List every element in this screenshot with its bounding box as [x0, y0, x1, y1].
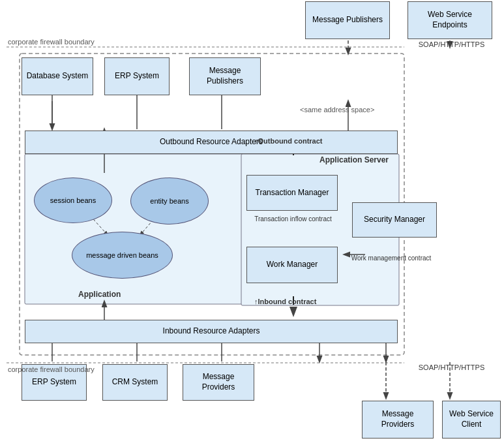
msg-pub-mid-box: Message Publishers [189, 57, 261, 95]
session-beans-ellipse: session beans [34, 177, 112, 223]
db-system-label: Database System [27, 71, 89, 82]
msg-providers-bot-box: Message Providers [183, 364, 254, 401]
application-label: Application [78, 290, 121, 299]
security-manager-label: Security Manager [364, 215, 425, 225]
session-beans-label: session beans [50, 196, 96, 205]
security-manager-box: Security Manager [352, 202, 437, 238]
erp-system-bot-label: ERP System [32, 377, 76, 388]
outbound-adapters-box: Outbound Resource Adapters [25, 131, 398, 154]
same-address-label: <same address space> [300, 106, 374, 114]
outbound-contract-label: ↑Outbound contract [254, 137, 323, 145]
svg-rect-3 [25, 154, 246, 304]
app-server-label: Application Server [319, 155, 389, 164]
soap-https-bot-label: SOAP/HTTP/HTTPS [404, 363, 499, 371]
crm-system-box: CRM System [102, 364, 168, 401]
ws-endpoints-label: Web Service Endpoints [411, 10, 489, 30]
ws-endpoints-box: Web Service Endpoints [408, 1, 492, 39]
msg-providers-btm-label: Message Providers [365, 409, 430, 429]
corp-firewall-top-label: corporate firewall boundary [8, 38, 95, 46]
msg-driven-beans-label: message driven beans [86, 251, 158, 260]
work-mgmt-contract-label: Work management contract [346, 254, 437, 262]
entity-beans-ellipse: entity beans [130, 177, 209, 224]
corp-firewall-bot-label: corporate firewall boundary [8, 365, 95, 373]
entity-beans-label: entity beans [150, 196, 188, 206]
crm-system-label: CRM System [112, 377, 158, 388]
db-system-box: Database System [22, 57, 93, 95]
erp-system-top-label: ERP System [115, 71, 159, 82]
work-manager-box: Work Manager [246, 247, 338, 283]
work-manager-label: Work Manager [267, 260, 318, 270]
inbound-adapters-label: Inbound Resource Adapters [163, 326, 260, 337]
soap-https-top-label: SOAP/HTTP/HTTPS [404, 40, 499, 48]
diagram-container: Message Publishers Web Service Endpoints… [0, 0, 504, 447]
transaction-manager-label: Transaction Manager [256, 188, 329, 198]
transaction-inflow-label: Transaction inflow contract [249, 215, 337, 223]
msg-providers-bot-label: Message Providers [186, 372, 251, 392]
ws-client-box: Web Service Client [442, 401, 501, 439]
msg-pub-top-label: Message Publishers [312, 15, 383, 25]
erp-system-top-box: ERP System [104, 57, 170, 95]
inbound-contract-label: ↑Inbound contract [254, 298, 316, 305]
msg-pub-top-box: Message Publishers [305, 1, 390, 39]
ws-client-label: Web Service Client [445, 409, 497, 429]
msg-pub-mid-label: Message Publishers [192, 66, 258, 86]
msg-driven-beans-ellipse: message driven beans [72, 232, 173, 279]
inbound-adapters-box: Inbound Resource Adapters [25, 320, 398, 343]
transaction-manager-box: Transaction Manager [246, 175, 338, 211]
outbound-adapters-label: Outbound Resource Adapters [160, 137, 263, 147]
msg-providers-btm-box: Message Providers [362, 401, 434, 439]
